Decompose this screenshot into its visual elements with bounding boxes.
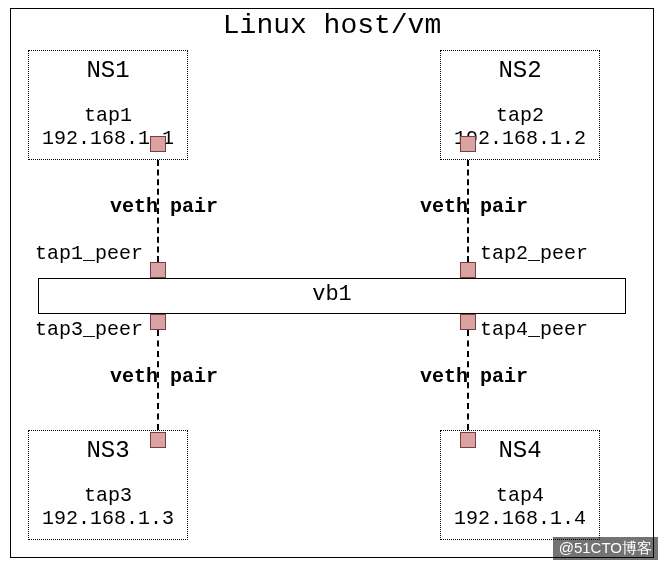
tap1-port-icon (150, 136, 166, 152)
ns-ip-label: 192.168.1.4 (441, 507, 599, 530)
ns-title: NS3 (29, 437, 187, 464)
bridge-vb1: vb1 (38, 278, 626, 314)
tap4-peer-port-icon (460, 314, 476, 330)
tap2-port-icon (460, 136, 476, 152)
veth-pair-label: veth pair (420, 195, 528, 218)
ns-tap-label: tap2 (441, 104, 599, 127)
ns-tap-label: tap4 (441, 484, 599, 507)
veth-pair-label: veth pair (420, 365, 528, 388)
ns-ip-label: 192.168.1.3 (29, 507, 187, 530)
tap2-peer-port-icon (460, 262, 476, 278)
ns-tap-label: tap3 (29, 484, 187, 507)
tap3-peer-port-icon (150, 314, 166, 330)
tap4-peer-label: tap4_peer (480, 318, 588, 341)
tap2-peer-label: tap2_peer (480, 242, 588, 265)
namespace-ns3: NS3 tap3 192.168.1.3 (28, 430, 188, 540)
ns-title: NS4 (441, 437, 599, 464)
host-title: Linux host/vm (0, 10, 664, 41)
veth-pair-label: veth pair (110, 195, 218, 218)
tap1-peer-port-icon (150, 262, 166, 278)
watermark: @51CTO博客 (553, 537, 658, 560)
namespace-ns4: NS4 tap4 192.168.1.4 (440, 430, 600, 540)
ns-title: NS1 (29, 57, 187, 84)
bridge-label: vb1 (312, 282, 352, 307)
veth-pair-label: veth pair (110, 365, 218, 388)
ns-title: NS2 (441, 57, 599, 84)
tap1-peer-label: tap1_peer (35, 242, 143, 265)
ns-tap-label: tap1 (29, 104, 187, 127)
tap3-peer-label: tap3_peer (35, 318, 143, 341)
